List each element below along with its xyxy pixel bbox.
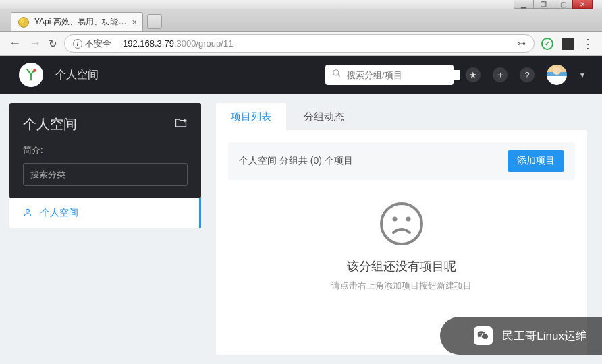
window-maximize-button[interactable]: ▢ [553,0,573,9]
info-icon: i [73,39,82,49]
address-bar[interactable]: i 不安全 192.168.3.79:3000/group/11 ⊶ [64,34,535,53]
svg-point-7 [393,217,398,222]
security-label: 不安全 [85,38,111,50]
svg-point-5 [26,209,30,212]
user-icon [23,208,32,219]
empty-face-icon [378,200,425,250]
sidebar-search-placeholder: 搜索分类 [30,169,65,181]
wechat-icon [474,326,493,345]
app-logo[interactable] [19,63,43,87]
tab-close-icon[interactable]: × [132,17,137,27]
sidebar-item-personal[interactable]: 个人空间 [9,198,201,228]
add-project-button[interactable]: 添加项目 [508,150,564,172]
sidebar-item-label: 个人空间 [40,207,78,219]
content-tabs: 项目列表 分组动态 [216,103,587,130]
app-header: 个人空间 ★ ＋ ? ▼ [0,56,602,94]
svg-line-2 [338,75,340,77]
window-minimize-button[interactable]: ▁ [514,0,534,9]
window-titlebar: ▁ ❐ ▢ ✕ [0,0,602,9]
window-restore-button[interactable]: ❐ [533,0,553,9]
browser-menu-icon[interactable]: ⋮ [582,38,594,50]
reload-button[interactable]: ↻ [49,38,57,50]
url-text: 192.168.3.79:3000/group/11 [123,38,233,49]
security-indicator[interactable]: i 不安全 [73,38,111,50]
new-tab-button[interactable] [147,14,162,29]
sidebar-search-input[interactable]: 搜索分类 [23,163,188,186]
extension-grid-icon[interactable] [562,38,574,50]
sidebar-list: 个人空间 [9,198,201,228]
search-icon [332,69,341,81]
svg-point-0 [33,69,36,72]
tab-project-list[interactable]: 项目列表 [216,103,286,130]
svg-point-6 [381,204,422,244]
separator [117,38,117,50]
sidebar: 个人空间 简介: 搜索分类 个人空间 [0,94,211,364]
help-icon[interactable]: ? [520,67,535,82]
header-search[interactable] [325,65,454,85]
sidebar-brief-label: 简介: [23,144,188,156]
tab-title: YApi-高效、易用、功能… [34,16,126,28]
empty-state-subtitle: 请点击右上角添加项目按钮新建项目 [331,280,472,292]
project-count-bar: 个人空间 分组共 (0) 个项目 添加项目 [228,142,575,180]
tab-group-activity[interactable]: 分组动态 [289,103,359,130]
browser-tab-strip: YApi-高效、易用、功能… × [0,9,602,32]
back-button[interactable]: ← [8,36,22,51]
project-count-text: 个人空间 分组共 (0) 个项目 [239,155,353,167]
sidebar-title: 个人空间 [23,115,77,133]
watermark-overlay: 民工哥Linux运维 [440,317,602,355]
site-key-icon[interactable]: ⊶ [517,38,526,49]
header-search-input[interactable] [347,70,460,80]
chevron-down-icon[interactable]: ▼ [579,71,586,79]
browser-toolbar: ← → ↻ i 不安全 192.168.3.79:3000/group/11 ⊶… [0,32,602,56]
logo-y-icon [24,67,38,82]
extension-shield-icon[interactable]: ✓ [541,38,553,50]
star-icon[interactable]: ★ [466,67,481,82]
add-folder-icon[interactable] [174,116,188,133]
tab-favicon-icon [18,17,29,28]
plus-icon[interactable]: ＋ [493,67,508,82]
svg-point-8 [406,217,411,222]
avatar[interactable] [547,65,567,85]
window-close-button[interactable]: ✕ [572,0,593,9]
empty-state-title: 该分组还没有项目呢 [347,258,456,274]
browser-tab[interactable]: YApi-高效、易用、功能… × [11,12,143,31]
breadcrumb-title: 个人空间 [55,68,99,82]
sidebar-header-card: 个人空间 简介: 搜索分类 [9,103,201,198]
forward-button[interactable]: → [28,36,42,51]
watermark-text: 民工哥Linux运维 [502,328,587,344]
svg-point-1 [333,70,339,75]
